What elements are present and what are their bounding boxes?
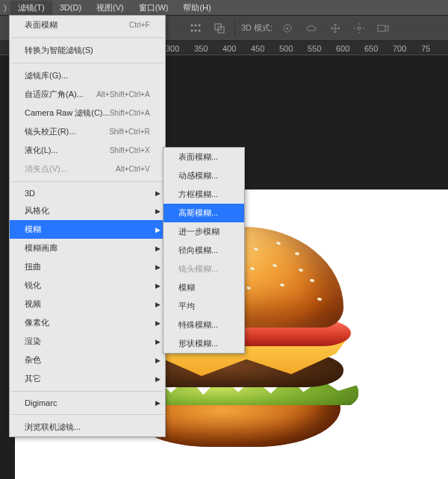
menu-help[interactable]: 帮助(H) (175, 1, 218, 15)
menu-liquify[interactable]: 液化(L)...Shift+Ctrl+X (10, 141, 165, 160)
menu-3d[interactable]: 3D(D) (52, 1, 89, 13)
menu-camera-raw[interactable]: Camera Raw 滤镜(C)...Shift+Ctrl+A (10, 104, 165, 122)
move-icon[interactable] (326, 19, 344, 37)
submenu-shape-blur[interactable]: 形状模糊... (164, 334, 244, 353)
menu-bar: ) 滤镜(T) 3D(D) 视图(V) 窗口(W) 帮助(H) (0, 0, 448, 15)
menu-digimarc-sub[interactable]: Digimarc▶ (10, 395, 165, 411)
menu-filter[interactable]: 滤镜(T) (10, 1, 52, 15)
menu-browse-online[interactable]: 浏览联机滤镜... (10, 418, 165, 436)
blur-submenu: 表面模糊... 动感模糊... 方框模糊... 高斯模糊... 进一步模糊 径向… (163, 147, 245, 354)
submenu-blur-more[interactable]: 进一步模糊 (164, 222, 244, 241)
menu-lens-correction[interactable]: 镜头校正(R)...Shift+Ctrl+R (10, 122, 165, 141)
overlap-icon[interactable] (211, 19, 228, 37)
submenu-motion-blur[interactable]: 动感模糊... (164, 166, 244, 185)
menu-render-sub[interactable]: 渲染▶ (10, 332, 165, 351)
dots-icon[interactable] (187, 19, 205, 37)
submenu-average[interactable]: 平均 (164, 297, 244, 316)
orbit-icon[interactable] (279, 19, 296, 37)
menu-pixelate-sub[interactable]: 像素化▶ (10, 313, 165, 332)
menu-3d-sub[interactable]: 3D▶ (10, 185, 165, 201)
svg-point-8 (195, 29, 197, 31)
submenu-smart-blur[interactable]: 特殊模糊... (164, 316, 244, 334)
svg-point-7 (191, 29, 193, 31)
menu-view[interactable]: 视图(V) (89, 1, 131, 15)
menu-window[interactable]: 窗口(W) (131, 1, 176, 15)
submenu-surface-blur[interactable]: 表面模糊... (164, 148, 244, 166)
menu-video-sub[interactable]: 视频▶ (10, 295, 165, 313)
menu-blur-gallery-sub[interactable]: 模糊画廊▶ (10, 239, 165, 257)
menu-stylize-sub[interactable]: 风格化▶ (10, 201, 165, 220)
menu-sharpen-sub[interactable]: 锐化▶ (10, 276, 165, 295)
menu-blur-sub[interactable]: 模糊▶ (10, 220, 165, 239)
svg-point-14 (358, 27, 361, 30)
menu-vanishing-point[interactable]: 消失点(V)...Alt+Ctrl+V (10, 160, 165, 178)
menu-filter-gallery[interactable]: 滤镜库(G)... (10, 66, 165, 85)
svg-rect-15 (378, 25, 385, 31)
menu-adaptive-wide[interactable]: 自适应广角(A)...Alt+Shift+Ctrl+A (10, 85, 165, 104)
filter-menu: 表面模糊Ctrl+F 转换为智能滤镜(S) 滤镜库(G)... 自适应广角(A)… (9, 15, 166, 437)
submenu-radial-blur[interactable]: 径向模糊... (164, 241, 244, 260)
svg-point-6 (199, 24, 201, 26)
menu-other-sub[interactable]: 其它▶ (10, 369, 165, 388)
svg-point-9 (199, 29, 201, 31)
menu-convert-smart[interactable]: 转换为智能滤镜(S) (10, 41, 165, 60)
submenu-blur[interactable]: 模糊 (164, 278, 244, 297)
submenu-box-blur[interactable]: 方框模糊... (164, 185, 244, 204)
svg-point-5 (195, 24, 197, 26)
submenu-lens-blur[interactable]: 镜头模糊... (164, 260, 244, 278)
submenu-gaussian-blur[interactable]: 高斯模糊... (164, 204, 244, 222)
camera-icon[interactable] (374, 19, 392, 37)
menu-distort-sub[interactable]: 扭曲▶ (10, 257, 165, 276)
svg-point-13 (287, 27, 289, 29)
menu-noise-sub[interactable]: 杂色▶ (10, 351, 165, 369)
cloud-icon[interactable] (302, 19, 320, 37)
mode-label: 3D 模式: (241, 22, 273, 34)
scale-icon[interactable] (350, 19, 368, 37)
menu-last-filter[interactable]: 表面模糊Ctrl+F (10, 16, 165, 34)
svg-point-4 (191, 24, 193, 26)
